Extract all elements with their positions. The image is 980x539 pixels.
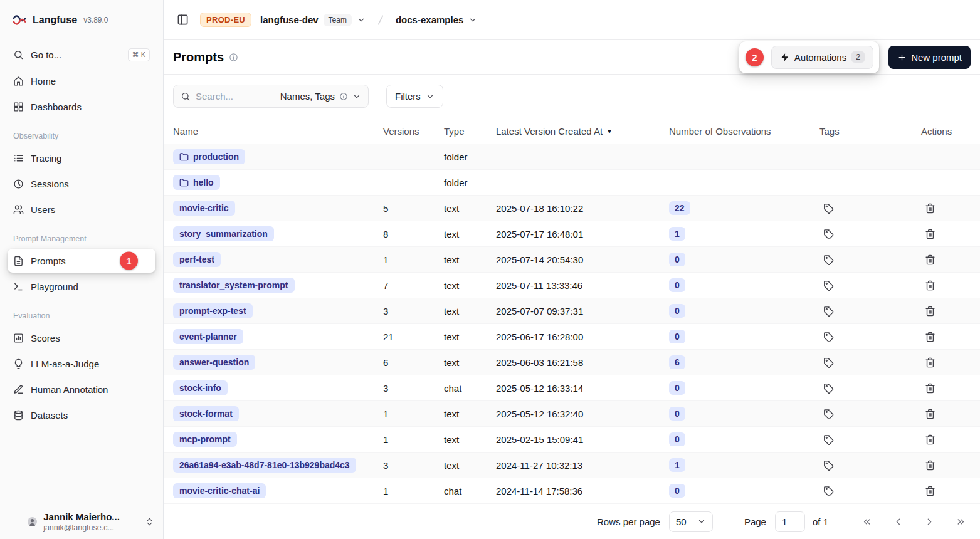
- actions-cell: [912, 456, 980, 474]
- info-icon[interactable]: [229, 53, 238, 62]
- prompt-name-badge[interactable]: translator_system-prompt: [173, 278, 295, 293]
- actions-cell: [912, 482, 980, 500]
- prompt-name-badge[interactable]: answer-question: [173, 355, 255, 370]
- delete-button[interactable]: [921, 328, 939, 345]
- tag-button[interactable]: [819, 405, 837, 422]
- delete-button[interactable]: [921, 353, 939, 371]
- prompt-name-badge[interactable]: movie-critic: [173, 201, 235, 216]
- list-tree-icon: [13, 153, 24, 164]
- delete-button[interactable]: [921, 482, 939, 500]
- column-header-created-at[interactable]: Latest Version Created At ▼: [487, 126, 660, 137]
- table-row[interactable]: mcp-prompt 1 text 2025-02-15 15:09:41 0: [164, 427, 980, 453]
- prompt-name-badge[interactable]: mcp-prompt: [173, 432, 237, 447]
- table-row[interactable]: movie-critic 5 text 2025-07-18 16:10:22 …: [164, 196, 980, 221]
- table-row[interactable]: stock-info 3 chat 2025-05-12 16:33:14 0: [164, 375, 980, 401]
- sidebar-item-scores[interactable]: Scores: [8, 326, 155, 350]
- table-header-row: Name Versions Type Latest Version Create…: [164, 118, 980, 144]
- delete-button[interactable]: [921, 431, 939, 448]
- prompt-name-badge[interactable]: hello: [173, 175, 220, 190]
- tag-icon: [823, 409, 834, 419]
- delete-button[interactable]: [921, 405, 939, 422]
- trash-icon: [925, 254, 935, 265]
- versions-cell: 3: [374, 306, 435, 317]
- environment-badge: PROD-EU: [200, 13, 251, 27]
- observations-cell: 1: [660, 227, 810, 241]
- prompt-name-badge[interactable]: stock-info: [173, 380, 228, 395]
- table-row[interactable]: movie-critic-chat-ai 1 chat 2024-11-14 1…: [164, 478, 980, 503]
- project-selector[interactable]: docs-examples: [396, 14, 477, 25]
- automations-button[interactable]: Automations 2: [771, 46, 873, 69]
- prompt-name-badge[interactable]: production: [173, 149, 245, 164]
- prompt-name-badge[interactable]: 26a61a94-e3ab-48d7-81e0-13b929bad4c3: [173, 458, 356, 473]
- delete-button[interactable]: [921, 199, 939, 217]
- page-total-label: of 1: [813, 516, 828, 527]
- pen-icon: [13, 384, 24, 395]
- sidebar-item-human-annotation[interactable]: Human Annotation: [8, 377, 155, 401]
- table-row[interactable]: stock-format 1 text 2025-05-12 16:32:40 …: [164, 401, 980, 427]
- tags-cell: [810, 225, 912, 243]
- sidebar-item-home[interactable]: Home: [8, 69, 155, 93]
- tag-button[interactable]: [819, 328, 837, 345]
- next-page-button[interactable]: [920, 512, 939, 531]
- prompt-name-badge[interactable]: movie-critic-chat-ai: [173, 483, 266, 498]
- prev-page-button[interactable]: [888, 512, 907, 531]
- search-input[interactable]: [196, 91, 275, 102]
- actions-cell: [912, 251, 980, 268]
- last-page-button[interactable]: [951, 512, 970, 531]
- tag-button[interactable]: [819, 379, 837, 397]
- goto-search[interactable]: Go to... ⌘ K: [8, 43, 155, 66]
- table-row[interactable]: answer-question 6 text 2025-06-03 16:21:…: [164, 350, 980, 375]
- user-menu[interactable]: Jannik Maierho... jannik@langfuse.c...: [0, 505, 163, 539]
- delete-button[interactable]: [921, 302, 939, 320]
- tag-button[interactable]: [819, 353, 837, 371]
- table-row[interactable]: translator_system-prompt 7 text 2025-07-…: [164, 273, 980, 298]
- org-selector[interactable]: langfuse-dev Team: [260, 14, 366, 26]
- delete-button[interactable]: [921, 456, 939, 474]
- sidebar-item-datasets[interactable]: Datasets: [8, 403, 155, 427]
- tag-button[interactable]: [819, 302, 837, 320]
- search-bar[interactable]: Names, Tags: [173, 85, 369, 108]
- prompt-name-badge[interactable]: story_summarization: [173, 226, 274, 241]
- tag-button[interactable]: [819, 251, 837, 268]
- table-row[interactable]: event-planner 21 text 2025-06-17 16:28:0…: [164, 324, 980, 350]
- tag-button[interactable]: [819, 276, 837, 294]
- prompt-name-badge[interactable]: prompt-exp-test: [173, 303, 253, 318]
- filters-button[interactable]: Filters: [386, 85, 443, 108]
- tag-button[interactable]: [819, 431, 837, 448]
- tag-button[interactable]: [819, 482, 837, 500]
- sidebar-item-tracing[interactable]: Tracing: [8, 146, 155, 170]
- pagination-footer: Rows per page 50 Page of 1: [164, 503, 980, 539]
- table-row[interactable]: 26a61a94-e3ab-48d7-81e0-13b929bad4c3 3 t…: [164, 453, 980, 478]
- tag-button[interactable]: [819, 199, 837, 217]
- tag-button[interactable]: [819, 456, 837, 474]
- table-row[interactable]: hello folder: [164, 170, 980, 196]
- page-input[interactable]: [775, 511, 805, 532]
- new-prompt-button[interactable]: New prompt: [888, 46, 971, 69]
- table-row[interactable]: story_summarization 8 text 2025-07-17 16…: [164, 221, 980, 247]
- sidebar-item-prompts[interactable]: Prompts 1: [8, 249, 155, 273]
- search-scope-selector[interactable]: Names, Tags: [280, 91, 361, 102]
- first-page-button[interactable]: [857, 512, 876, 531]
- sidebar-item-playground[interactable]: Playground: [8, 275, 155, 298]
- sidebar-item-users[interactable]: Users: [8, 197, 155, 221]
- table-row[interactable]: perf-test 1 text 2025-07-14 20:54:30 0: [164, 247, 980, 273]
- delete-button[interactable]: [921, 225, 939, 243]
- delete-button[interactable]: [921, 276, 939, 294]
- delete-button[interactable]: [921, 379, 939, 397]
- sidebar-item-llm-as-a-judge[interactable]: LLM-as-a-Judge: [8, 352, 155, 375]
- trash-icon: [925, 409, 935, 419]
- rows-per-page-select[interactable]: 50: [669, 511, 713, 532]
- table-row[interactable]: production folder: [164, 144, 980, 170]
- search-icon: [13, 50, 24, 60]
- sidebar-item-dashboards[interactable]: Dashboards: [8, 95, 155, 118]
- delete-button[interactable]: [921, 251, 939, 268]
- app-logo[interactable]: Langfuse v3.89.0: [0, 0, 163, 40]
- new-prompt-label: New prompt: [911, 52, 962, 63]
- prompt-name-badge[interactable]: perf-test: [173, 252, 221, 267]
- prompt-name-badge[interactable]: event-planner: [173, 329, 243, 344]
- sidebar-item-sessions[interactable]: Sessions: [8, 172, 155, 196]
- table-row[interactable]: prompt-exp-test 3 text 2025-07-07 09:37:…: [164, 298, 980, 324]
- sidebar-toggle-button[interactable]: [174, 11, 191, 29]
- prompt-name-badge[interactable]: stock-format: [173, 406, 239, 421]
- tag-button[interactable]: [819, 225, 837, 243]
